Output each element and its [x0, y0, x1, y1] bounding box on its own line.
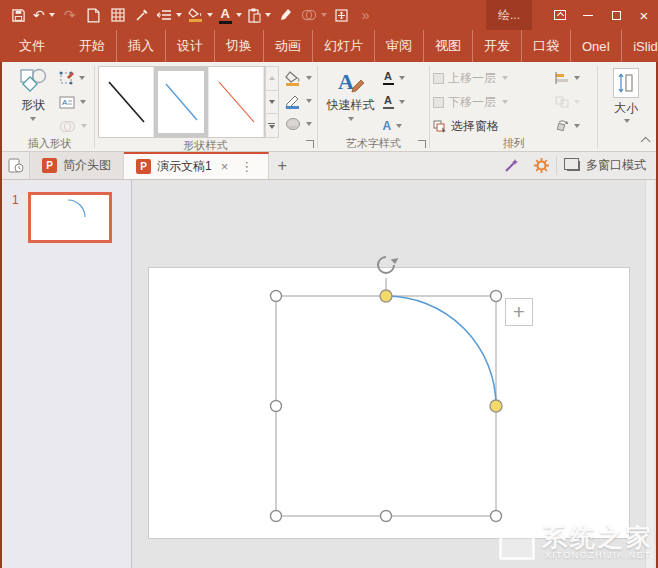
doc-tab-presentation1[interactable]: P 演示文稿1 × ⋮ [124, 152, 269, 179]
vertical-scrollbar[interactable] [645, 180, 654, 568]
shape-effects-button[interactable] [283, 114, 314, 134]
session-history-icon[interactable] [2, 152, 30, 179]
adjust-handle-arc-start[interactable] [380, 290, 392, 302]
shape-effects-icon [285, 117, 301, 131]
slide-editor-canvas[interactable]: + 系统之家 XITONGZHIJIA.NET [132, 180, 656, 568]
shape-fill-button[interactable] [283, 68, 314, 88]
group-objects-button[interactable] [553, 92, 582, 112]
tab-file[interactable]: 文件 [8, 30, 56, 62]
arc-shape[interactable] [386, 296, 496, 406]
size-label-wrap[interactable]: 大小 [614, 100, 638, 123]
handle-bottom-right[interactable] [491, 511, 502, 522]
maximize-icon[interactable] [602, 0, 630, 30]
gallery-scroll-down[interactable] [265, 91, 279, 115]
eyedropper-icon[interactable] [130, 2, 154, 28]
shape-styles-dialog-launcher[interactable] [306, 140, 314, 148]
handle-bottom-left[interactable] [271, 511, 282, 522]
shape-outline-button[interactable] [283, 91, 314, 111]
tab-home[interactable]: 开始 [68, 30, 116, 62]
edit-shape-button[interactable] [57, 68, 89, 88]
tab-insert[interactable]: 插入 [116, 30, 165, 62]
rotation-handle-icon[interactable] [378, 257, 399, 273]
text-box-button[interactable]: A [57, 92, 89, 112]
tab-onekey[interactable]: OneI [570, 30, 621, 62]
handle-top-right[interactable] [491, 291, 502, 302]
tab-islide[interactable]: iSlide [621, 30, 658, 62]
gear-icon[interactable] [526, 152, 556, 179]
ribbon-display-options-icon[interactable] [546, 0, 574, 30]
handle-mid-left[interactable] [271, 401, 282, 412]
grid-icon[interactable] [106, 2, 130, 28]
slide-thumbnail-panel[interactable]: 1 [2, 180, 132, 568]
handle-top-left[interactable] [271, 291, 282, 302]
close-tab-icon[interactable]: × [218, 159, 232, 174]
doc-tab-intro[interactable]: P 简介头图 [30, 152, 124, 179]
group-arrange: 上移一层 下移一层 选择窗格 [430, 63, 597, 151]
text-outline-button[interactable]: A [381, 92, 407, 112]
paste-icon[interactable] [245, 2, 274, 28]
quick-styles-button[interactable]: A 快速样式 [321, 64, 381, 121]
contextual-tab-drawing-tools[interactable]: 绘... [486, 0, 532, 30]
tab-slideshow[interactable]: 幻灯片 [312, 30, 374, 62]
save-icon[interactable] [6, 2, 30, 28]
multi-window-mode-button[interactable]: 多窗口模式 [557, 152, 656, 179]
shape-fill-icon[interactable] [185, 2, 216, 28]
group-label-shape-styles: 形状样式 [98, 138, 314, 152]
gallery-scroll-up[interactable] [265, 66, 279, 91]
quick-add-plus-button[interactable]: + [505, 298, 533, 326]
wordart-styles-dialog-launcher[interactable] [418, 140, 426, 148]
selection-pane-button[interactable]: 选择窗格 [433, 116, 545, 136]
powerpoint-file-icon: P [136, 159, 151, 174]
merge-shapes-icon [59, 120, 76, 133]
tab-animations[interactable]: 动画 [263, 30, 312, 62]
window-controls: × [546, 0, 658, 30]
tab-design[interactable]: 设计 [165, 30, 214, 62]
forward-icon[interactable]: » [354, 2, 378, 28]
magic-wand-icon[interactable] [496, 152, 526, 179]
tab-developer[interactable]: 开发 [472, 30, 521, 62]
format-painter-icon[interactable] [274, 2, 298, 28]
title-bar: ↶ ↷ A » 绘... × [0, 0, 658, 30]
font-color-icon[interactable]: A [216, 2, 245, 28]
size-button[interactable] [613, 68, 639, 98]
new-file-icon[interactable] [82, 2, 106, 28]
rotate-button[interactable] [553, 116, 582, 136]
fit-window-icon[interactable] [330, 2, 354, 28]
minimize-icon[interactable] [574, 0, 602, 30]
shape-style-black-line[interactable] [99, 67, 154, 137]
align-button[interactable] [553, 68, 582, 88]
slide-thumbnail-1[interactable] [28, 192, 112, 243]
shape-outline-icon [285, 94, 301, 109]
selection-overlay [132, 180, 656, 568]
edit-shape-icon [59, 71, 74, 85]
shape-style-blue-line-selected[interactable] [154, 67, 209, 137]
selection-box[interactable] [276, 296, 496, 516]
tab-transitions[interactable]: 切换 [214, 30, 263, 62]
shape-style-orange-line[interactable] [209, 67, 264, 137]
tab-review[interactable]: 审阅 [374, 30, 423, 62]
svg-text:A: A [338, 69, 354, 94]
work-area: 1 [2, 180, 656, 568]
bring-forward-button[interactable]: 上移一层 [433, 68, 545, 88]
adjust-handle-arc-end[interactable] [490, 400, 502, 412]
shapes-button[interactable]: 形状 [9, 64, 57, 121]
handle-bottom-center[interactable] [381, 511, 392, 522]
svg-text:A: A [62, 98, 68, 107]
redo-icon[interactable]: ↷ [58, 2, 82, 28]
indent-icon[interactable] [154, 2, 185, 28]
text-effects-button[interactable]: A [381, 116, 407, 136]
new-tab-button[interactable]: + [269, 152, 295, 179]
send-backward-button[interactable]: 下移一层 [433, 92, 545, 112]
tab-view[interactable]: 视图 [423, 30, 472, 62]
gallery-more-button[interactable] [265, 114, 279, 138]
close-icon[interactable]: × [630, 0, 658, 30]
tab-pocket[interactable]: 口袋 [521, 30, 570, 62]
undo-icon[interactable]: ↶ [30, 2, 58, 28]
text-fill-button[interactable]: A [381, 68, 407, 88]
collapse-ribbon-icon[interactable] [640, 136, 648, 144]
tab-more-icon[interactable]: ⋮ [237, 159, 256, 174]
wordart-icon: A [336, 68, 366, 94]
group-objects-icon [555, 96, 569, 108]
merge-shapes-icon[interactable] [298, 2, 330, 28]
merge-shapes-button[interactable] [57, 116, 89, 136]
